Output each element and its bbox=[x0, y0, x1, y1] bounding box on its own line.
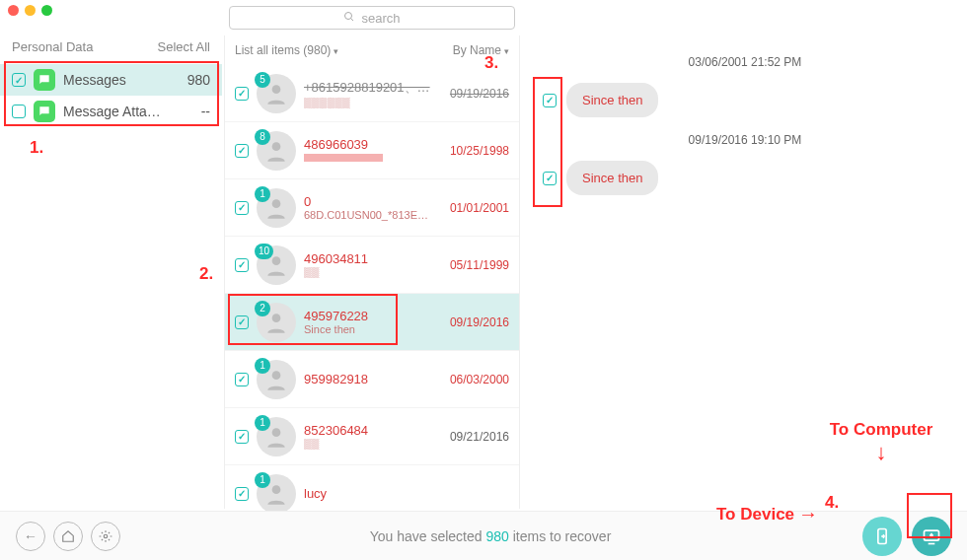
avatar-icon: 1 bbox=[257, 360, 296, 399]
sort-dropdown[interactable]: By Name bbox=[453, 43, 509, 57]
sidebar-item-messages[interactable]: Messages 980 bbox=[0, 64, 222, 96]
conversation-title: 486966039 bbox=[304, 137, 442, 152]
conversation-subtitle: ▒▒▒▒▒▒ bbox=[304, 97, 442, 108]
avatar-icon: 10 bbox=[257, 245, 296, 285]
search-input[interactable]: search bbox=[229, 6, 515, 30]
home-button[interactable] bbox=[53, 522, 83, 551]
svg-point-2 bbox=[272, 85, 281, 94]
conversation-title: +8615928819201、… bbox=[304, 79, 442, 97]
avatar-icon: 2 bbox=[257, 303, 296, 342]
message-row: Since then bbox=[543, 83, 947, 117]
to-computer-button[interactable] bbox=[912, 517, 951, 556]
search-icon bbox=[343, 11, 355, 26]
message-detail: 03/06/2001 21:52 PM Since then 09/19/201… bbox=[523, 39, 967, 221]
conversation-date: 09/21/2016 bbox=[450, 430, 509, 444]
message-timestamp: 03/06/2001 21:52 PM bbox=[543, 55, 947, 69]
conversation-subtitle: ▒▒ bbox=[304, 438, 442, 450]
checkbox-icon[interactable] bbox=[543, 172, 557, 185]
svg-point-7 bbox=[272, 371, 281, 380]
conversation-row[interactable]: 1 959982918 06/03/2000 bbox=[225, 351, 519, 408]
conversation-title: 852306484 bbox=[304, 423, 442, 438]
settings-button[interactable] bbox=[91, 522, 120, 551]
sidebar-header: Personal Data Select All bbox=[0, 30, 222, 64]
conversation-title: 496034811 bbox=[304, 251, 442, 266]
badge-count: 8 bbox=[255, 129, 270, 145]
back-button[interactable]: ← bbox=[16, 522, 45, 551]
select-all-button[interactable]: Select All bbox=[158, 39, 210, 54]
avatar-icon: 1 bbox=[257, 188, 296, 228]
badge-count: 1 bbox=[255, 358, 270, 374]
checkbox-icon[interactable] bbox=[235, 315, 249, 329]
svg-point-0 bbox=[345, 12, 352, 19]
conversation-date: 06/03/2000 bbox=[450, 373, 509, 386]
sidebar-item-count: -- bbox=[201, 104, 210, 119]
search-container: search bbox=[229, 6, 515, 30]
maximize-icon[interactable] bbox=[41, 5, 52, 16]
message-bubble: Since then bbox=[566, 161, 658, 195]
filter-dropdown[interactable]: List all items (980) bbox=[235, 43, 338, 57]
footer-bar: ← You have selected 980 items to recover bbox=[0, 511, 967, 560]
annotation-label: 4. bbox=[825, 493, 839, 513]
svg-line-1 bbox=[351, 18, 354, 21]
checkbox-icon[interactable] bbox=[235, 201, 249, 215]
badge-count: 2 bbox=[255, 301, 270, 316]
annotation-to-computer: To Computer bbox=[817, 420, 945, 465]
conversation-title: 959982918 bbox=[304, 372, 442, 386]
checkbox-icon[interactable] bbox=[235, 87, 249, 101]
badge-count: 10 bbox=[255, 244, 273, 259]
checkbox-icon[interactable] bbox=[235, 258, 249, 272]
conversation-row[interactable]: 1 0 68D.C01USN00_*813E… 01/01/2001 bbox=[225, 179, 519, 237]
conversation-title: 0 bbox=[304, 194, 442, 209]
avatar-icon: 1 bbox=[257, 417, 296, 456]
svg-point-10 bbox=[104, 534, 108, 538]
svg-point-8 bbox=[272, 428, 281, 437]
sidebar-item-label: Messages bbox=[63, 72, 126, 88]
badge-count: 5 bbox=[255, 72, 270, 88]
checkbox-icon[interactable] bbox=[235, 373, 249, 386]
avatar-icon: 8 bbox=[257, 131, 296, 171]
conversation-date: 09/19/2016 bbox=[450, 87, 509, 101]
checkbox-icon[interactable] bbox=[12, 73, 26, 87]
svg-point-9 bbox=[272, 485, 281, 494]
checkbox-icon[interactable] bbox=[543, 94, 557, 107]
status-text: You have selected 980 items to recover bbox=[128, 528, 853, 544]
checkbox-icon[interactable] bbox=[235, 144, 249, 158]
badge-count: 1 bbox=[255, 186, 270, 202]
conversation-row[interactable]: 2 495976228 Since then 09/19/2016 bbox=[225, 294, 519, 351]
conversation-date: 01/01/2001 bbox=[450, 201, 509, 215]
svg-point-5 bbox=[272, 256, 281, 265]
conversation-date: 09/19/2016 bbox=[450, 315, 509, 329]
svg-point-4 bbox=[272, 199, 281, 208]
conversation-row[interactable]: 8 486966039 10/25/1998 bbox=[225, 122, 519, 179]
conversation-row[interactable]: 10 496034811 ▒▒ 05/11/1999 bbox=[225, 237, 519, 294]
conversation-title: lucy bbox=[304, 486, 501, 501]
messages-icon bbox=[34, 69, 55, 91]
sidebar-item-attachments[interactable]: Message Atta… -- bbox=[0, 96, 222, 127]
conversation-subtitle: ▒▒ bbox=[304, 266, 442, 278]
annotation-label: 1. bbox=[30, 138, 43, 158]
attachments-icon bbox=[34, 101, 55, 122]
conversation-subtitle: 68D.C01USN00_*813E… bbox=[304, 209, 442, 221]
avatar-icon: 1 bbox=[257, 474, 296, 514]
to-device-button[interactable] bbox=[862, 517, 902, 556]
sidebar-item-count: 980 bbox=[187, 72, 210, 88]
badge-count: 1 bbox=[255, 472, 270, 488]
close-icon[interactable] bbox=[8, 5, 19, 16]
conversation-list: List all items (980) By Name 5 +86159288… bbox=[224, 35, 520, 509]
svg-point-3 bbox=[272, 142, 281, 151]
sidebar-item-label: Message Atta… bbox=[63, 104, 161, 119]
checkbox-icon[interactable] bbox=[235, 487, 249, 501]
avatar-icon: 5 bbox=[257, 74, 296, 113]
search-placeholder: search bbox=[361, 11, 400, 26]
sidebar-title: Personal Data bbox=[12, 39, 93, 54]
conversation-row[interactable]: 1 852306484 ▒▒ 09/21/2016 bbox=[225, 408, 519, 465]
conversation-row[interactable]: 5 +8615928819201、… ▒▒▒▒▒▒ 09/19/2016 bbox=[225, 65, 519, 122]
conversation-subtitle: Since then bbox=[304, 323, 442, 335]
checkbox-icon[interactable] bbox=[12, 105, 26, 118]
minimize-icon[interactable] bbox=[25, 5, 36, 16]
sidebar: Personal Data Select All Messages 980 Me… bbox=[0, 30, 222, 127]
message-timestamp: 09/19/2016 19:10 PM bbox=[543, 133, 947, 147]
badge-count: 1 bbox=[255, 415, 270, 431]
checkbox-icon[interactable] bbox=[235, 430, 249, 444]
conversation-subtitle bbox=[304, 152, 442, 164]
